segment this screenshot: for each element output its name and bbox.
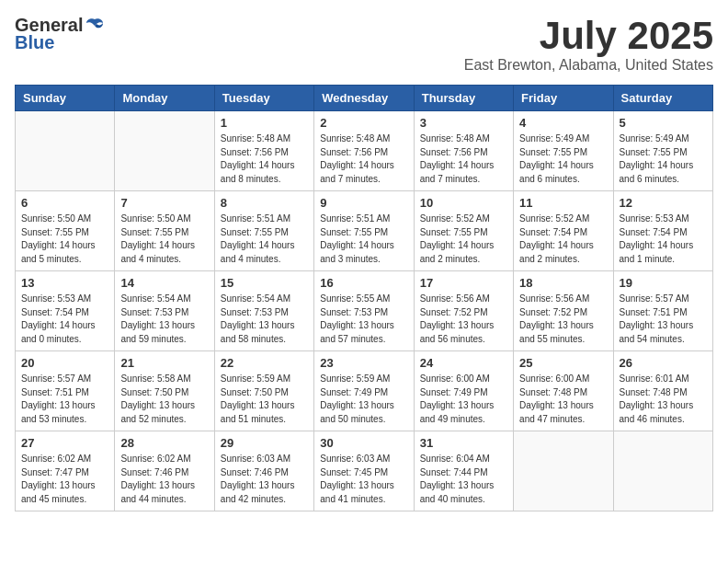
day-info: Sunrise: 5:56 AM Sunset: 7:52 PM Dayligh… <box>420 293 507 346</box>
day-info: Sunrise: 6:02 AM Sunset: 7:46 PM Dayligh… <box>120 453 208 506</box>
day-number: 25 <box>519 356 607 370</box>
calendar-cell: 15Sunrise: 5:54 AM Sunset: 7:53 PM Dayli… <box>214 271 313 351</box>
day-info: Sunrise: 6:00 AM Sunset: 7:48 PM Dayligh… <box>519 373 607 426</box>
day-info: Sunrise: 5:51 AM Sunset: 7:55 PM Dayligh… <box>221 213 308 266</box>
title-section: July 2025 East Brewton, Alabama, United … <box>464 15 713 74</box>
calendar-cell: 14Sunrise: 5:54 AM Sunset: 7:53 PM Dayli… <box>115 271 214 351</box>
logo: General Blue <box>15 15 105 53</box>
day-number: 31 <box>420 436 507 450</box>
day-info: Sunrise: 5:58 AM Sunset: 7:50 PM Dayligh… <box>120 373 208 426</box>
day-info: Sunrise: 5:48 AM Sunset: 7:56 PM Dayligh… <box>221 132 308 186</box>
day-info: Sunrise: 6:02 AM Sunset: 7:47 PM Dayligh… <box>21 453 108 506</box>
day-info: Sunrise: 6:03 AM Sunset: 7:45 PM Dayligh… <box>320 453 407 506</box>
calendar-cell: 17Sunrise: 5:56 AM Sunset: 7:52 PM Dayli… <box>414 271 513 351</box>
day-number: 3 <box>420 116 507 130</box>
day-number: 19 <box>620 276 707 290</box>
day-info: Sunrise: 5:59 AM Sunset: 7:49 PM Dayligh… <box>320 373 407 426</box>
header-wednesday: Wednesday <box>314 86 414 111</box>
day-number: 5 <box>620 116 707 130</box>
calendar-cell: 3Sunrise: 5:48 AM Sunset: 7:56 PM Daylig… <box>414 111 513 191</box>
calendar-week-row: 20Sunrise: 5:57 AM Sunset: 7:51 PM Dayli… <box>16 351 713 431</box>
calendar-week-row: 6Sunrise: 5:50 AM Sunset: 7:55 PM Daylig… <box>16 191 713 271</box>
calendar-cell: 24Sunrise: 6:00 AM Sunset: 7:49 PM Dayli… <box>414 351 513 431</box>
day-number: 18 <box>519 276 607 290</box>
day-number: 10 <box>420 196 507 210</box>
day-number: 29 <box>221 436 308 450</box>
day-number: 4 <box>519 116 607 130</box>
calendar-week-row: 1Sunrise: 5:48 AM Sunset: 7:56 PM Daylig… <box>16 111 713 191</box>
day-info: Sunrise: 6:04 AM Sunset: 7:44 PM Dayligh… <box>420 453 507 506</box>
day-info: Sunrise: 5:56 AM Sunset: 7:52 PM Dayligh… <box>519 293 607 346</box>
day-info: Sunrise: 6:03 AM Sunset: 7:46 PM Dayligh… <box>221 453 308 506</box>
calendar-cell: 9Sunrise: 5:51 AM Sunset: 7:55 PM Daylig… <box>314 191 414 271</box>
calendar-cell: 1Sunrise: 5:48 AM Sunset: 7:56 PM Daylig… <box>214 111 313 191</box>
calendar-cell: 29Sunrise: 6:03 AM Sunset: 7:46 PM Dayli… <box>214 431 313 511</box>
calendar-cell: 23Sunrise: 5:59 AM Sunset: 7:49 PM Dayli… <box>314 351 414 431</box>
calendar-cell: 26Sunrise: 6:01 AM Sunset: 7:48 PM Dayli… <box>613 351 712 431</box>
header-sunday: Sunday <box>16 86 115 111</box>
day-number: 22 <box>221 356 308 370</box>
day-info: Sunrise: 5:52 AM Sunset: 7:55 PM Dayligh… <box>420 213 507 266</box>
day-number: 6 <box>21 196 108 210</box>
calendar-cell: 16Sunrise: 5:55 AM Sunset: 7:53 PM Dayli… <box>314 271 414 351</box>
day-number: 15 <box>221 276 308 290</box>
day-number: 16 <box>320 276 407 290</box>
day-number: 23 <box>320 356 407 370</box>
logo-bird-icon <box>85 16 105 36</box>
calendar-cell: 6Sunrise: 5:50 AM Sunset: 7:55 PM Daylig… <box>16 191 115 271</box>
calendar-cell: 10Sunrise: 5:52 AM Sunset: 7:55 PM Dayli… <box>414 191 513 271</box>
day-info: Sunrise: 5:48 AM Sunset: 7:56 PM Dayligh… <box>420 132 507 186</box>
calendar-week-row: 13Sunrise: 5:53 AM Sunset: 7:54 PM Dayli… <box>16 271 713 351</box>
day-number: 1 <box>221 116 308 130</box>
calendar-cell: 13Sunrise: 5:53 AM Sunset: 7:54 PM Dayli… <box>16 271 115 351</box>
day-number: 2 <box>320 116 407 130</box>
calendar-cell: 8Sunrise: 5:51 AM Sunset: 7:55 PM Daylig… <box>214 191 313 271</box>
calendar-cell <box>613 431 712 511</box>
day-info: Sunrise: 5:57 AM Sunset: 7:51 PM Dayligh… <box>21 373 108 426</box>
header-friday: Friday <box>514 86 613 111</box>
day-info: Sunrise: 5:52 AM Sunset: 7:54 PM Dayligh… <box>519 213 607 266</box>
location-text: East Brewton, Alabama, United States <box>464 57 713 74</box>
day-number: 17 <box>420 276 507 290</box>
header-tuesday: Tuesday <box>214 86 313 111</box>
day-number: 28 <box>120 436 208 450</box>
calendar-table: Sunday Monday Tuesday Wednesday Thursday… <box>15 85 713 511</box>
calendar-cell: 18Sunrise: 5:56 AM Sunset: 7:52 PM Dayli… <box>514 271 613 351</box>
calendar-cell: 12Sunrise: 5:53 AM Sunset: 7:54 PM Dayli… <box>613 191 712 271</box>
day-number: 27 <box>21 436 108 450</box>
day-number: 13 <box>21 276 108 290</box>
day-info: Sunrise: 5:49 AM Sunset: 7:55 PM Dayligh… <box>519 132 607 186</box>
day-number: 24 <box>420 356 507 370</box>
day-number: 30 <box>320 436 407 450</box>
calendar-cell <box>115 111 214 191</box>
calendar-cell: 21Sunrise: 5:58 AM Sunset: 7:50 PM Dayli… <box>115 351 214 431</box>
calendar-cell: 22Sunrise: 5:59 AM Sunset: 7:50 PM Dayli… <box>214 351 313 431</box>
calendar-cell: 11Sunrise: 5:52 AM Sunset: 7:54 PM Dayli… <box>514 191 613 271</box>
day-info: Sunrise: 5:53 AM Sunset: 7:54 PM Dayligh… <box>21 293 108 346</box>
calendar-cell: 5Sunrise: 5:49 AM Sunset: 7:55 PM Daylig… <box>613 111 712 191</box>
calendar-week-row: 27Sunrise: 6:02 AM Sunset: 7:47 PM Dayli… <box>16 431 713 511</box>
header-thursday: Thursday <box>414 86 513 111</box>
day-info: Sunrise: 5:59 AM Sunset: 7:50 PM Dayligh… <box>221 373 308 426</box>
header-monday: Monday <box>115 86 214 111</box>
day-number: 21 <box>120 356 208 370</box>
calendar-cell: 28Sunrise: 6:02 AM Sunset: 7:46 PM Dayli… <box>115 431 214 511</box>
calendar-cell: 30Sunrise: 6:03 AM Sunset: 7:45 PM Dayli… <box>314 431 414 511</box>
header-saturday: Saturday <box>613 86 712 111</box>
calendar-cell: 4Sunrise: 5:49 AM Sunset: 7:55 PM Daylig… <box>514 111 613 191</box>
day-number: 8 <box>221 196 308 210</box>
day-info: Sunrise: 6:00 AM Sunset: 7:49 PM Dayligh… <box>420 373 507 426</box>
day-info: Sunrise: 5:50 AM Sunset: 7:55 PM Dayligh… <box>21 213 108 266</box>
day-number: 14 <box>120 276 208 290</box>
day-info: Sunrise: 5:54 AM Sunset: 7:53 PM Dayligh… <box>221 293 308 346</box>
page-header: General Blue July 2025 East Brewton, Ala… <box>15 15 713 74</box>
day-number: 9 <box>320 196 407 210</box>
calendar-cell <box>514 431 613 511</box>
calendar-cell: 25Sunrise: 6:00 AM Sunset: 7:48 PM Dayli… <box>514 351 613 431</box>
day-info: Sunrise: 5:55 AM Sunset: 7:53 PM Dayligh… <box>320 293 407 346</box>
logo-blue-text: Blue <box>15 32 54 53</box>
calendar-cell: 7Sunrise: 5:50 AM Sunset: 7:55 PM Daylig… <box>115 191 214 271</box>
day-info: Sunrise: 5:49 AM Sunset: 7:55 PM Dayligh… <box>620 132 707 186</box>
day-number: 7 <box>120 196 208 210</box>
calendar-header-row: Sunday Monday Tuesday Wednesday Thursday… <box>16 86 713 111</box>
